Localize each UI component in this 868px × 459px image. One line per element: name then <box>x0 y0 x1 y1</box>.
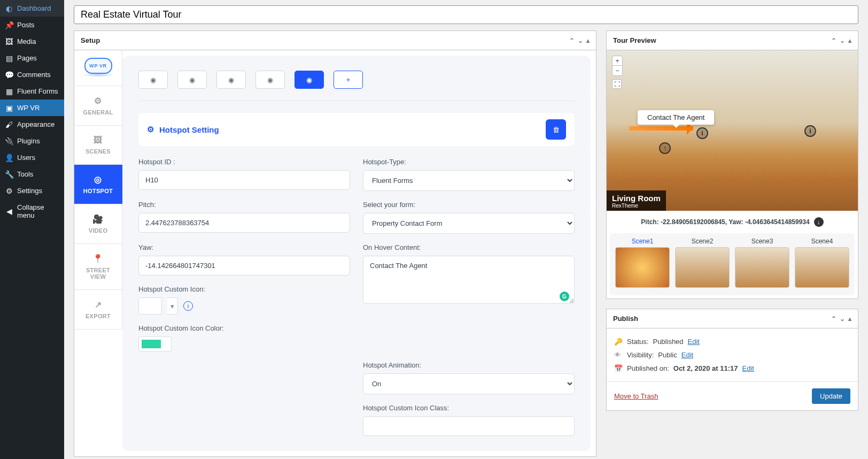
eye-icon: 👁 <box>614 351 623 359</box>
nav-appearance[interactable]: 🖌Appearance <box>0 116 64 133</box>
hotspot-item-4[interactable]: ◉ <box>255 71 285 89</box>
publish-panel: Publish ⌃ ⌄ ▴ 🔑 Status: Published Edit <box>606 309 858 411</box>
visibility-value: Public <box>658 351 677 359</box>
icon-picker-dropdown[interactable]: ▾ <box>167 297 178 315</box>
hotspot-item-5[interactable]: ◉ <box>294 71 324 89</box>
hotspot-id-label: Hotspot ID : <box>138 158 350 166</box>
yaw-label: Yaw: <box>138 243 350 251</box>
tab-video[interactable]: 🎥 VIDEO <box>74 204 122 244</box>
hotspot-item-1[interactable]: ◉ <box>138 71 168 89</box>
video-icon: 🎥 <box>92 214 103 224</box>
scene-thumbnails: Scene1 Scene2 Scene3 Scene4 <box>610 233 855 295</box>
published-value: Oct 2, 2020 at 11:17 <box>673 364 738 372</box>
panel-collapse-down-icon[interactable]: ⌄ <box>840 37 845 44</box>
posts-icon: 📌 <box>5 21 13 29</box>
tab-street-view[interactable]: 📍 STREET VIEW <box>74 244 122 290</box>
image-icon: 🖼 <box>94 135 102 145</box>
add-hotspot-button[interactable]: ＋ <box>334 71 363 89</box>
hotspot-item-2[interactable]: ◉ <box>177 71 207 89</box>
icon-class-input[interactable] <box>363 416 575 436</box>
pointer-arrow <box>629 126 693 131</box>
hotspot-nav: ◉ ◉ ◉ ◉ ◉ ＋ <box>138 71 575 89</box>
panel-collapse-down-icon[interactable]: ⌄ <box>578 37 583 44</box>
nav-media[interactable]: 🖾Media <box>0 33 64 50</box>
panorama-viewer[interactable]: + − ⛶ Contact The Agent i ↑ i Living Roo… <box>607 50 858 211</box>
yaw-input[interactable] <box>138 256 350 276</box>
panel-toggle-icon[interactable]: ▴ <box>586 37 590 44</box>
nav-collapse[interactable]: ◀Collapse menu <box>0 199 64 224</box>
target-icon: ◎ <box>94 174 102 185</box>
nav-wpvr[interactable]: ▣WP VR <box>0 100 64 116</box>
panel-collapse-up-icon[interactable]: ⌃ <box>831 315 836 323</box>
fullscreen-button[interactable]: ⛶ <box>612 79 622 89</box>
wpvr-logo-icon: WP VR <box>84 58 112 74</box>
divider <box>138 101 575 101</box>
tab-general[interactable]: ⚙ GENERAL <box>74 86 122 126</box>
tab-logo[interactable]: WP VR <box>74 50 122 86</box>
nav-posts[interactable]: 📌Posts <box>0 17 64 33</box>
update-button[interactable]: Update <box>812 388 850 404</box>
wpvr-icon: ▣ <box>5 104 13 112</box>
on-hover-textarea[interactable]: Contact The Agent <box>363 256 575 304</box>
color-picker[interactable] <box>138 336 172 351</box>
pitch-input[interactable] <box>138 213 350 233</box>
scene-thumb-2[interactable]: Scene2 <box>675 238 730 288</box>
hotspot-marker-nav[interactable]: ↑ <box>659 142 671 154</box>
hotspot-item-3[interactable]: ◉ <box>216 71 246 89</box>
pitch-label: Pitch: <box>138 201 350 209</box>
icon-picker-box[interactable] <box>138 297 162 315</box>
scene-author: RexTheme <box>612 203 661 209</box>
scene-thumb-1[interactable]: Scene1 <box>615 238 670 288</box>
status-value: Published <box>653 338 683 346</box>
nav-settings[interactable]: ⚙Settings <box>0 182 64 199</box>
panel-collapse-up-icon[interactable]: ⌃ <box>831 37 836 44</box>
info-icon[interactable]: i <box>183 301 193 311</box>
zoom-in-button[interactable]: + <box>613 56 622 66</box>
nav-tools[interactable]: 🔧Tools <box>0 166 64 182</box>
edit-date-link[interactable]: Edit <box>742 364 754 372</box>
tab-scenes[interactable]: 🖼 SCENES <box>74 126 122 165</box>
nav-plugins[interactable]: 🔌Plugins <box>0 133 64 149</box>
plugins-icon: 🔌 <box>5 137 13 145</box>
nav-fluent-forms[interactable]: ▦Fluent Forms <box>0 83 64 100</box>
nav-dashboard[interactable]: ◐Dashboard <box>0 0 64 17</box>
panel-collapse-down-icon[interactable]: ⌄ <box>840 315 845 323</box>
grammarly-icon: G <box>560 292 569 301</box>
nav-users[interactable]: 👤Users <box>0 149 64 166</box>
setup-panel-title: Setup <box>81 36 100 44</box>
panel-toggle-icon[interactable]: ▴ <box>848 37 851 44</box>
publish-panel-title: Publish <box>613 315 638 323</box>
users-icon: 👤 <box>5 154 13 162</box>
status-label: Status: <box>627 338 648 346</box>
media-icon: 🖾 <box>5 38 13 45</box>
post-title-input[interactable] <box>74 5 858 24</box>
hotspot-type-label: Hotspot-Type: <box>363 158 575 166</box>
delete-hotspot-button[interactable]: 🗑 <box>546 119 566 140</box>
hotspot-id-input[interactable] <box>138 170 350 190</box>
download-coords-icon[interactable]: ↓ <box>814 217 824 227</box>
nav-comments[interactable]: 💬Comments <box>0 66 64 83</box>
hotspot-marker-info-2[interactable]: i <box>804 125 816 137</box>
tour-preview-title: Tour Preview <box>613 36 656 44</box>
panel-collapse-up-icon[interactable]: ⌃ <box>569 37 575 44</box>
animation-select[interactable]: On <box>363 373 575 394</box>
visibility-label: Visibility: <box>627 351 654 359</box>
tab-hotspot[interactable]: ◎ HOTSPOT <box>74 165 122 204</box>
move-to-trash-link[interactable]: Move to Trash <box>614 392 658 400</box>
scene-thumb-3[interactable]: Scene3 <box>735 238 789 288</box>
select-form-select[interactable]: Property Contact Form <box>363 213 575 234</box>
scene-title: Living Room <box>612 194 661 203</box>
scene-thumb-4[interactable]: Scene4 <box>795 238 849 288</box>
hotspot-marker-info[interactable]: i <box>696 127 708 139</box>
panel-toggle-icon[interactable]: ▴ <box>848 315 851 323</box>
edit-status-link[interactable]: Edit <box>688 338 700 346</box>
zoom-out-button[interactable]: − <box>613 66 622 75</box>
tools-icon: 🔧 <box>5 171 13 178</box>
hotspot-type-select[interactable]: Fluent Forms <box>363 170 575 191</box>
gear-icon: ⚙ <box>94 96 102 106</box>
nav-pages[interactable]: ▤Pages <box>0 50 64 66</box>
dashboard-icon: ◐ <box>5 5 13 12</box>
edit-visibility-link[interactable]: Edit <box>681 351 693 359</box>
select-form-label: Select your form: <box>363 201 575 209</box>
tab-export[interactable]: ↗ EXPORT <box>74 290 122 330</box>
